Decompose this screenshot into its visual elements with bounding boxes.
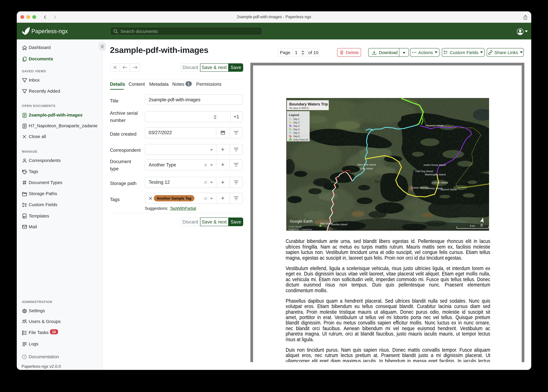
svg-text:Six days in BWCA: Six days in BWCA (289, 107, 309, 109)
svg-text:Entry Point 24: Entry Point 24 (293, 139, 308, 141)
svg-text:Day 1: Day 1 (293, 118, 300, 120)
svg-text:Squirrel Island: Squirrel Island (440, 188, 457, 191)
svg-text:Image © 2017 DigitalGlobe: Image © 2017 DigitalGlobe (289, 228, 312, 231)
svg-text:Hausons Island: Hausons Island (425, 124, 443, 127)
svg-text:Canoe Island: Canoe Island (411, 186, 426, 189)
svg-text:Norway Island: Norway Island (426, 187, 442, 190)
svg-text:3 mi: 3 mi (470, 224, 475, 227)
svg-text:© 2017 Google: © 2017 Google (289, 226, 302, 228)
svg-text:Legend: Legend (289, 113, 299, 117)
svg-text:Washington Island: Washington Island (425, 173, 446, 176)
svg-text:Lincoln Island: Lincoln Island (432, 181, 448, 184)
svg-text:Day 4: Day 4 (293, 128, 300, 131)
svg-text:N: N (480, 223, 483, 228)
svg-text:Charlies Island: Charlies Island (331, 223, 347, 226)
svg-text:Indian Grave Island: Indian Grave Island (424, 164, 446, 166)
svg-text:?: ? (23, 355, 25, 358)
svg-text:Day 2: Day 2 (293, 121, 300, 124)
svg-text:Day 6: Day 6 (293, 135, 300, 138)
svg-text:Gary Island: Gary Island (360, 167, 373, 170)
svg-text:New York Island: New York Island (358, 163, 376, 166)
svg-text:Half Dog Island: Half Dog Island (416, 170, 433, 173)
svg-text:Text: Text (375, 179, 381, 184)
svg-text:Day 3: Day 3 (293, 125, 300, 127)
svg-text:Google Earth: Google Earth (290, 219, 313, 224)
svg-text:Day 5: Day 5 (293, 132, 300, 134)
svg-text:Boundary Waters Trip: Boundary Waters Trip (289, 102, 328, 106)
